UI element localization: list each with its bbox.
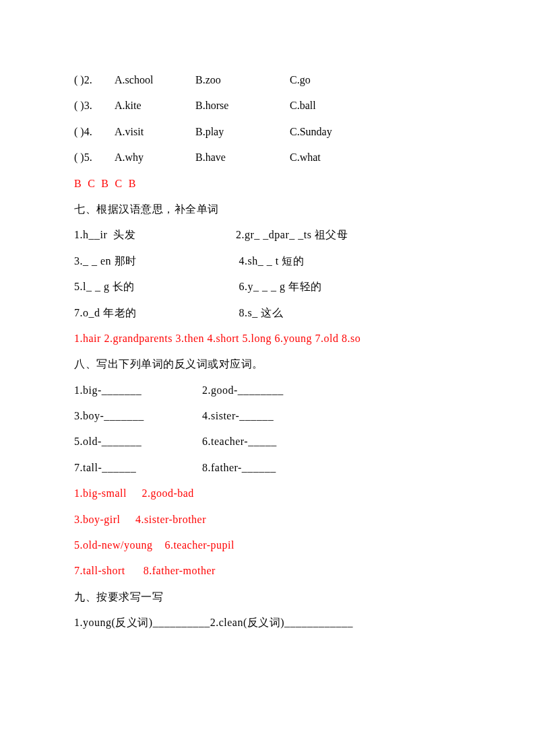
mcq-option-c: C.Sunday <box>290 119 371 145</box>
q7-3: 3._ _ en 那时 <box>74 248 236 274</box>
section8-row-4: 7.tall-______ 8.father-______ <box>74 455 461 481</box>
q7-5: 5.l_ _ g 长的 <box>74 274 236 300</box>
mcq-row-3: ( )3. A.kite B.horse C.ball <box>74 93 461 118</box>
mcq-row-5: ( )5. A.why B.have C.what <box>74 145 461 170</box>
section8-answer-1: 1.big-small 2.good-bad <box>74 481 461 506</box>
mcq-prefix: ( )2. <box>74 67 115 93</box>
mcq-prefix: ( )5. <box>74 145 115 170</box>
mcq-option-c: C.what <box>290 145 371 170</box>
section7-row-1: 1.h__ir 头发 2.gr_ _dpar_ _ts 祖父母 <box>74 222 461 248</box>
q7-2: 2.gr_ _dpar_ _ts 祖父母 <box>236 222 461 248</box>
mcq-option-a: A.school <box>115 67 195 93</box>
mcq-option-b: B.zoo <box>195 67 290 93</box>
mcq-option-a: A.why <box>115 145 195 170</box>
mcq-option-b: B.horse <box>195 93 290 118</box>
section8-row-1: 1.big-_______ 2.good-________ <box>74 378 461 403</box>
mcq-option-b: B.have <box>195 145 290 170</box>
mcq-option-b: B.play <box>195 119 290 145</box>
mcq-row-4: ( )4. A.visit B.play C.Sunday <box>74 119 461 145</box>
q8-6: 6.teacher-_____ <box>202 429 277 454</box>
section8-answer-3: 5.old-new/young 6.teacher-pupil <box>74 532 461 558</box>
mcq-option-a: A.kite <box>115 93 195 118</box>
q7-6: 6.y_ _ _ g 年轻的 <box>236 274 461 300</box>
mcq-prefix: ( )4. <box>74 119 115 145</box>
section8-answer-4: 7.tall-short 8.father-mother <box>74 558 461 584</box>
mcq-option-c: C.ball <box>290 93 371 118</box>
q7-7: 7.o_d 年老的 <box>74 300 236 326</box>
q8-8: 8.father-______ <box>202 455 276 481</box>
section7-row-4: 7.o_d 年老的 8.s_ 这么 <box>74 300 461 326</box>
q8-7: 7.tall-______ <box>74 455 202 481</box>
mcq-answer: B C B C B <box>74 171 461 197</box>
mcq-option-a: A.visit <box>115 119 195 145</box>
q8-1: 1.big-_______ <box>74 378 202 403</box>
section8-row-3: 5.old-_______ 6.teacher-_____ <box>74 429 461 454</box>
q8-4: 4.sister-______ <box>202 403 274 429</box>
section7-row-2: 3._ _ en 那时 4.sh_ _ t 短的 <box>74 248 461 274</box>
section8-answer-2: 3.boy-girl 4.sister-brother <box>74 507 461 532</box>
section7-row-3: 5.l_ _ g 长的 6.y_ _ _ g 年轻的 <box>74 274 461 300</box>
section7-title: 七、根据汉语意思，补全单词 <box>74 197 461 222</box>
q7-8: 8.s_ 这么 <box>236 300 461 326</box>
q8-2: 2.good-________ <box>202 378 284 403</box>
mcq-prefix: ( )3. <box>74 93 115 118</box>
mcq-row-2: ( )2. A.school B.zoo C.go <box>74 67 461 93</box>
mcq-option-c: C.go <box>290 67 371 93</box>
q7-1: 1.h__ir 头发 <box>74 222 236 248</box>
section8-row-2: 3.boy-_______ 4.sister-______ <box>74 403 461 429</box>
q8-3: 3.boy-_______ <box>74 403 202 429</box>
section9-title: 九、按要求写一写 <box>74 584 461 610</box>
section8-title: 八、写出下列单词的反义词或对应词。 <box>74 351 461 377</box>
section7-answer: 1.hair 2.grandparents 3.then 4.short 5.l… <box>74 326 461 351</box>
q7-4: 4.sh_ _ t 短的 <box>236 248 461 274</box>
section9-row-1: 1.young(反义词)__________2.clean(反义词)______… <box>74 610 461 635</box>
q8-5: 5.old-_______ <box>74 429 202 454</box>
